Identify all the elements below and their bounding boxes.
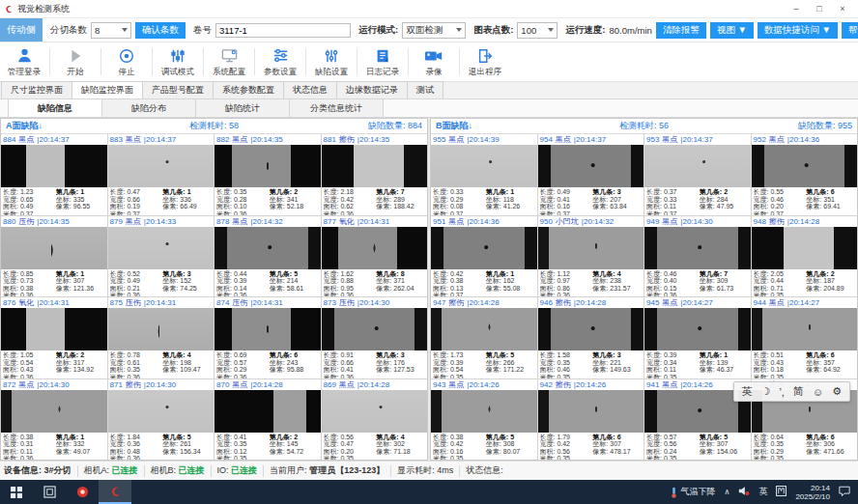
defect-cell[interactable]: 878黑点|20:14:32长度: 0.44宽度: 0.39面积: 0.14米数… bbox=[214, 216, 321, 297]
sub-tab-4[interactable]: 分类信息统计 bbox=[289, 98, 384, 117]
metric-width: 宽度: 0.46 bbox=[754, 196, 807, 204]
help-menu-button[interactable]: 帮助 ▼ bbox=[842, 22, 858, 39]
action-user[interactable]: 管理登录 bbox=[2, 46, 46, 78]
inspection-app-taskbar-icon[interactable] bbox=[99, 480, 131, 504]
defect-cell[interactable]: 870黑点|20:14:28长度: 0.41宽度: 0.35面积: 0.12米数… bbox=[214, 379, 321, 461]
defect-type: 氧化 bbox=[18, 297, 34, 308]
defect-cell[interactable]: 875压伤|20:14:31长度: 0.78宽度: 0.61面积: 0.35米数… bbox=[108, 297, 214, 378]
sub-tab-2[interactable]: 缺陷分布 bbox=[101, 98, 196, 117]
chart-points-select[interactable]: 100 bbox=[517, 22, 558, 39]
ime-moon-icon[interactable]: ☽ bbox=[761, 385, 771, 398]
action-camera[interactable]: 录像 bbox=[412, 46, 456, 78]
clear-alarm-button[interactable]: 清除报警 bbox=[656, 22, 706, 39]
run-mode-select[interactable]: 双面检测 bbox=[402, 22, 466, 39]
defect-cell[interactable]: 947擦伤|20:14:28长度: 1.73宽度: 0.39面积: 0.54米数… bbox=[431, 297, 537, 378]
defect-cell[interactable]: 871擦伤|20:14:30长度: 1.84宽度: 0.36面积: 0.48米数… bbox=[108, 379, 214, 461]
defect-cell[interactable]: 950小凹坑|20:14:32长度: 1.12宽度: 0.97面积: 0.86米… bbox=[538, 216, 644, 297]
metric-coord: 坐标: 307 bbox=[700, 440, 749, 448]
slit-count-select[interactable]: 8 bbox=[91, 22, 131, 39]
defect-cell[interactable]: 879黑点|20:14:33长度: 0.52宽度: 0.49面积: 0.21米数… bbox=[108, 216, 214, 297]
action-stop[interactable]: 停止 bbox=[104, 46, 149, 78]
ime-settings-gear-icon[interactable]: ⚙ bbox=[832, 385, 842, 398]
ime-emoji-icon[interactable]: ☺ bbox=[813, 386, 823, 398]
action-label: 管理登录 bbox=[8, 67, 41, 78]
defect-cell[interactable]: 945黑点|20:14:27长度: 0.39宽度: 0.34面积: 0.11米数… bbox=[644, 297, 751, 378]
view-menu-button[interactable]: 视图 ▼ bbox=[710, 22, 754, 39]
defect-cell[interactable]: 949黑点|20:14:30长度: 0.46宽度: 0.40面积: 0.15米数… bbox=[644, 216, 751, 297]
defect-image bbox=[214, 227, 321, 269]
defect-time: |20:14:30 bbox=[144, 380, 176, 389]
metrics-left: 长度: 0.42宽度: 0.38面积: 0.13米数: 0.37 bbox=[433, 270, 486, 297]
main-tab-4[interactable]: 系统参数配置 bbox=[213, 81, 284, 98]
action-defect-settings[interactable]: 缺陷设置 bbox=[309, 46, 354, 78]
defect-id: 871 bbox=[110, 380, 123, 389]
defect-cell[interactable]: 874压伤|20:14:31长度: 0.69宽度: 0.57面积: 0.29米数… bbox=[214, 297, 321, 378]
defect-cell[interactable]: 882黑点|20:14:35长度: 0.35宽度: 0.28面积: 0.10米数… bbox=[214, 134, 321, 215]
main-tab-5[interactable]: 状态信息 bbox=[283, 81, 337, 98]
data-quick-access-menu-button[interactable]: 数据快捷访问 ▼ bbox=[758, 22, 838, 39]
action-params[interactable]: 参数设置 bbox=[258, 46, 302, 78]
main-tab-1[interactable]: 尺寸监控界面 bbox=[1, 81, 72, 98]
ime-mode-icon[interactable] bbox=[776, 486, 786, 498]
metrics-right: 第几条: 6坐标: 351像素: 69.41 bbox=[806, 188, 855, 215]
action-log[interactable]: 日志记录 bbox=[360, 46, 405, 78]
tray-expand-chevron[interactable]: ∧ bbox=[725, 488, 730, 496]
side-left-tag[interactable]: 传动侧 bbox=[0, 18, 43, 42]
close-button[interactable]: × bbox=[831, 1, 854, 16]
task-view-button[interactable] bbox=[33, 480, 66, 504]
metric-width: 宽度: 0.49 bbox=[110, 277, 163, 285]
defect-cell[interactable]: 877氧化|20:14:31长度: 1.62宽度: 0.88面积: 0.95米数… bbox=[322, 216, 428, 297]
action-exit[interactable]: 退出程序 bbox=[463, 46, 507, 78]
metric-coord: 坐标: 335 bbox=[56, 196, 105, 204]
action-debug[interactable]: 调试模式 bbox=[156, 46, 200, 78]
defect-cell[interactable]: 880压伤|20:14:35长度: 0.85宽度: 0.73面积: 0.38米数… bbox=[1, 216, 107, 297]
defect-cell[interactable]: 952黑点|20:14:36长度: 0.55宽度: 0.46面积: 0.20米数… bbox=[752, 134, 858, 215]
ime-punct-button[interactable]: ’, bbox=[779, 386, 785, 398]
ime-lang-button[interactable]: 英 bbox=[742, 384, 753, 399]
defect-cell[interactable]: 943黑点|20:14:26长度: 0.38宽度: 0.42面积: 0.16米数… bbox=[431, 379, 537, 461]
roll-number-input[interactable] bbox=[215, 23, 351, 38]
sub-tab-1[interactable]: 缺陷信息 bbox=[8, 98, 102, 117]
metric-pixels: 像素: 46.37 bbox=[700, 366, 749, 374]
metric-length: 长度: 1.84 bbox=[110, 434, 163, 441]
notification-center-icon[interactable] bbox=[839, 486, 850, 498]
metrics-left: 长度: 0.51宽度: 0.43面积: 0.18米数: 0.35 bbox=[754, 351, 807, 378]
defect-cell[interactable]: 881擦伤|20:14:35长度: 2.18宽度: 0.42面积: 0.62米数… bbox=[322, 134, 428, 215]
status-label: 显示耗时: bbox=[397, 465, 435, 475]
start-button[interactable] bbox=[0, 480, 33, 504]
main-tab-6[interactable]: 边缘数据记录 bbox=[336, 81, 408, 98]
defect-cell[interactable]: 953黑点|20:14:37长度: 0.37宽度: 0.33面积: 0.11米数… bbox=[644, 134, 751, 215]
defect-cell[interactable]: 951黑点|20:14:36长度: 0.42宽度: 0.38面积: 0.13米数… bbox=[431, 216, 537, 297]
main-tab-3[interactable]: 产品型号配置 bbox=[142, 81, 214, 98]
ime-language-indicator[interactable]: 英 bbox=[758, 486, 767, 498]
defect-cell[interactable]: 869黑点|20:14:28长度: 0.56宽度: 0.47面积: 0.20米数… bbox=[322, 379, 428, 461]
confirm-count-button[interactable]: 确认条数 bbox=[135, 22, 186, 39]
defect-cell[interactable]: 883黑点|20:14:37长度: 0.47宽度: 0.66面积: 0.19米数… bbox=[108, 134, 214, 215]
defect-cell[interactable]: 954黑点|20:14:37长度: 0.49宽度: 0.41面积: 0.16米数… bbox=[538, 134, 644, 215]
defect-cell[interactable]: 946擦伤|20:14:28长度: 1.58宽度: 0.35面积: 0.46米数… bbox=[538, 297, 644, 378]
browser-taskbar-icon[interactable] bbox=[66, 480, 99, 504]
defect-cell[interactable]: 942擦伤|20:14:26长度: 1.79宽度: 0.42面积: 0.56米数… bbox=[538, 379, 644, 461]
sub-tab-3[interactable]: 缺陷统计 bbox=[195, 98, 290, 117]
main-tab-2[interactable]: 缺陷监控界面 bbox=[72, 81, 143, 98]
maximize-button[interactable]: □ bbox=[808, 1, 831, 16]
volume-icon[interactable] bbox=[738, 486, 750, 498]
app-logo-icon bbox=[4, 0, 14, 17]
weather-tray-item[interactable]: 气温下降 bbox=[671, 486, 716, 498]
defect-image bbox=[1, 227, 107, 269]
defect-cell[interactable]: 944黑点|20:14:27长度: 0.51宽度: 0.43面积: 0.18米数… bbox=[752, 297, 858, 378]
defect-cell[interactable]: 876氧化|20:14:31长度: 1.05宽度: 0.54面积: 0.43米数… bbox=[1, 297, 107, 378]
defect-cell[interactable]: 948擦伤|20:14:28长度: 2.05宽度: 0.44面积: 0.71米数… bbox=[752, 216, 858, 297]
defect-cell[interactable]: 884黑点|20:14:37长度: 1.23宽度: 0.65面积: 0.49米数… bbox=[1, 134, 107, 215]
defect-cell[interactable]: 872黑点|20:14:30长度: 0.38宽度: 0.31面积: 0.11米数… bbox=[1, 379, 107, 461]
action-monitor[interactable]: 系统配置 bbox=[207, 46, 251, 78]
action-play[interactable]: 开始 bbox=[53, 46, 98, 78]
defect-cell[interactable]: 873压伤|20:14:30长度: 0.91宽度: 0.66面积: 0.41米数… bbox=[322, 297, 428, 378]
play-icon bbox=[67, 46, 84, 66]
taskbar-clock[interactable]: 20:14 2025/2/10 bbox=[795, 484, 830, 501]
minimize-button[interactable]: – bbox=[785, 1, 808, 16]
metric-meter: 米数: 0.36 bbox=[3, 374, 56, 378]
ime-simplified-button[interactable]: 简 bbox=[793, 384, 804, 399]
defect-cell[interactable]: 955黑点|20:14:39长度: 0.33宽度: 0.29面积: 0.08米数… bbox=[431, 134, 537, 215]
main-tab-7[interactable]: 测试 bbox=[407, 81, 443, 98]
